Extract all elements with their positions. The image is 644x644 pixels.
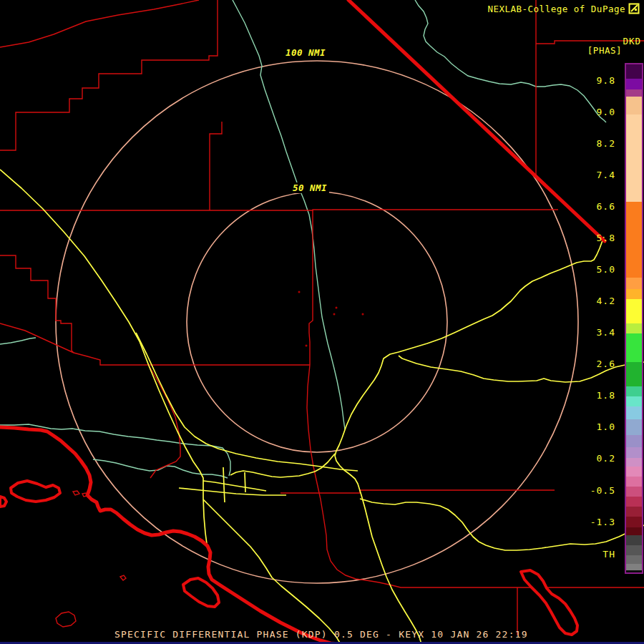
color-scale-segment bbox=[626, 299, 642, 323]
highway-line bbox=[203, 481, 266, 491]
color-scale-segment bbox=[626, 517, 642, 527]
island-outline bbox=[11, 481, 60, 502]
river-line bbox=[0, 424, 230, 476]
color-scale-segment bbox=[626, 570, 642, 572]
highway-line bbox=[335, 438, 421, 644]
county-line bbox=[210, 122, 222, 210]
color-scale-segment bbox=[626, 79, 642, 89]
color-scale-segment bbox=[626, 477, 642, 487]
county-line bbox=[307, 365, 644, 587]
color-scale-segment bbox=[626, 114, 642, 202]
county-line bbox=[280, 490, 555, 493]
range-ring-label-100nmi: 100 NMI bbox=[283, 47, 328, 58]
color-scale-tick: 9.8 bbox=[597, 75, 615, 86]
county-line bbox=[0, 0, 218, 150]
county-line bbox=[149, 366, 180, 478]
color-scale-segment bbox=[626, 97, 642, 114]
color-scale-segment bbox=[626, 507, 642, 517]
color-scale-segment bbox=[626, 289, 642, 299]
islet-outline bbox=[56, 612, 76, 627]
islet-outline bbox=[82, 493, 87, 497]
color-scale-segment bbox=[626, 202, 642, 278]
color-scale-tick: -1.3 bbox=[590, 517, 615, 527]
color-scale-segment bbox=[626, 64, 642, 79]
color-scale-tick: 1.8 bbox=[597, 390, 615, 401]
color-scale-tick: 3.4 bbox=[597, 327, 615, 338]
highway-line bbox=[245, 472, 245, 492]
color-scale-segment bbox=[626, 535, 642, 545]
color-scale-segment bbox=[626, 406, 642, 419]
range-ring bbox=[56, 61, 578, 583]
color-scale-tick: 8.2 bbox=[597, 138, 615, 149]
river-line bbox=[0, 338, 36, 344]
color-scale-tick: 9.0 bbox=[597, 107, 615, 117]
islet-outline bbox=[120, 575, 126, 580]
color-scale-tick: 1.0 bbox=[597, 421, 615, 432]
state-coast-line bbox=[348, 0, 605, 241]
radar-echo-dot bbox=[333, 313, 336, 316]
island-outline bbox=[0, 497, 6, 507]
cod-flag-icon bbox=[628, 3, 640, 14]
color-scale-tick: 7.4 bbox=[597, 170, 615, 180]
county-line bbox=[0, 210, 558, 210]
highway-line bbox=[179, 488, 286, 495]
highway-line bbox=[223, 467, 225, 502]
color-scale-segment bbox=[626, 545, 642, 555]
color-scale-segment bbox=[626, 333, 642, 362]
island-outline bbox=[521, 570, 577, 635]
color-scale-segment bbox=[626, 487, 642, 497]
color-scale-tick: 5.8 bbox=[597, 233, 615, 243]
highway-line bbox=[342, 352, 399, 438]
state-coast-line bbox=[0, 427, 340, 644]
color-scale-segment bbox=[626, 555, 642, 564]
county-line bbox=[0, 323, 74, 353]
radar-echo-dot bbox=[336, 307, 338, 309]
highway-line bbox=[136, 333, 358, 471]
radar-echo-dot bbox=[306, 345, 308, 347]
highway-line bbox=[230, 454, 335, 477]
radar-echo-dot bbox=[362, 313, 364, 316]
color-scale-segment bbox=[626, 278, 642, 289]
color-scale-tick: 0.2 bbox=[597, 453, 615, 464]
color-scale-segment bbox=[626, 89, 642, 97]
river-line bbox=[415, 0, 606, 122]
color-scale-segment bbox=[626, 467, 642, 477]
color-scale-tick: 5.0 bbox=[597, 264, 615, 275]
county-line bbox=[0, 255, 74, 353]
brand-title: NEXLAB-College of DuPage bbox=[487, 4, 625, 14]
color-scale-segment bbox=[626, 527, 642, 535]
color-scale-segment bbox=[626, 458, 642, 467]
color-scale-segment bbox=[626, 564, 642, 570]
county-line bbox=[0, 0, 199, 47]
color-scale-tick: 4.2 bbox=[597, 296, 615, 306]
radar-map-canvas bbox=[0, 0, 644, 644]
color-scale-segment bbox=[626, 362, 642, 386]
color-scale-tick: -0.5 bbox=[590, 485, 615, 496]
radar-display: 100 NMI 50 NMI NEXLAB-College of DuPage … bbox=[0, 0, 644, 644]
color-scale-tick: TH bbox=[602, 549, 615, 560]
radar-echo-dot bbox=[298, 291, 301, 293]
color-scale-tick: 6.6 bbox=[597, 201, 615, 212]
islet-outline bbox=[73, 491, 79, 495]
color-scale-segment bbox=[626, 419, 642, 435]
color-scale-bar bbox=[625, 63, 643, 574]
range-ring-label-50nmi: 50 NMI bbox=[291, 182, 329, 193]
color-scale-segment bbox=[626, 497, 642, 507]
color-scale-segment bbox=[626, 386, 642, 396]
highway-line bbox=[399, 237, 604, 352]
color-scale-segment bbox=[626, 435, 642, 447]
highway-line bbox=[203, 499, 341, 644]
product-units-label: [PHAS] bbox=[587, 45, 622, 56]
product-code-label: DKD bbox=[623, 36, 641, 47]
color-scale-segment bbox=[626, 396, 642, 406]
range-ring bbox=[187, 192, 447, 452]
color-scale-segment bbox=[626, 323, 642, 333]
color-scale-tick: 2.6 bbox=[597, 358, 615, 369]
status-bar-text: SPECIFIC DIFFERENTIAL PHASE (KDP) 0.5 DE… bbox=[114, 629, 528, 640]
color-scale-segment bbox=[626, 447, 642, 458]
